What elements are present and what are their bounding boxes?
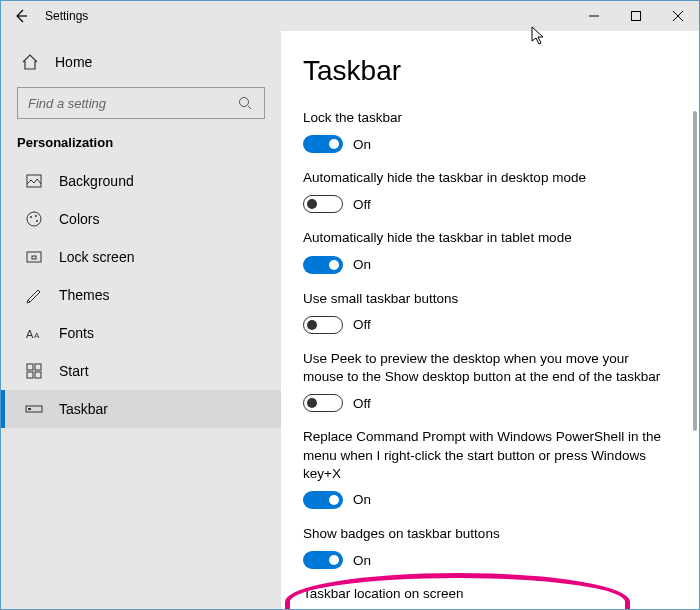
search-icon (236, 94, 254, 112)
home-label: Home (55, 54, 92, 70)
sidebar-item-label: Start (59, 363, 89, 379)
picture-icon (25, 172, 43, 190)
svg-rect-8 (32, 256, 36, 259)
setting-label-4: Use Peek to preview the desktop when you… (303, 350, 669, 386)
setting-toggle-5[interactable] (303, 491, 343, 509)
setting-toggle-4[interactable] (303, 394, 343, 412)
svg-text:A: A (26, 328, 34, 340)
sidebar-item-label: Fonts (59, 325, 94, 341)
setting-state-6: On (353, 553, 371, 568)
setting-toggle-6[interactable] (303, 551, 343, 569)
arrow-left-icon (12, 7, 30, 25)
setting-state-5: On (353, 492, 371, 507)
setting-toggle-0[interactable] (303, 135, 343, 153)
taskbar-icon (25, 400, 43, 418)
lock-screen-icon (25, 248, 43, 266)
svg-point-1 (240, 98, 249, 107)
maximize-button[interactable] (615, 1, 657, 31)
titlebar: Settings (1, 1, 699, 31)
sidebar-item-fonts[interactable]: AA Fonts (1, 314, 281, 352)
setting-state-4: Off (353, 396, 371, 411)
app-title: Settings (45, 9, 88, 23)
setting-toggle-2[interactable] (303, 256, 343, 274)
svg-point-3 (27, 212, 41, 226)
setting-label-3: Use small taskbar buttons (303, 290, 669, 308)
setting-label-2: Automatically hide the taskbar in tablet… (303, 229, 669, 247)
close-button[interactable] (657, 1, 699, 31)
sidebar-item-label: Taskbar (59, 401, 108, 417)
page-title: Taskbar (303, 55, 669, 87)
sidebar-item-label: Colors (59, 211, 99, 227)
minimize-button[interactable] (573, 1, 615, 31)
sidebar-item-themes[interactable]: Themes (1, 276, 281, 314)
svg-point-6 (36, 220, 38, 222)
sidebar-item-label: Background (59, 173, 134, 189)
setting-toggle-1[interactable] (303, 195, 343, 213)
sidebar: Home Personalization Background Colors L… (1, 31, 281, 609)
sidebar-item-lock-screen[interactable]: Lock screen (1, 238, 281, 276)
setting-label-5: Replace Command Prompt with Windows Powe… (303, 428, 669, 483)
themes-icon (25, 286, 43, 304)
svg-rect-14 (35, 372, 41, 378)
sidebar-item-background[interactable]: Background (1, 162, 281, 200)
main-panel: Taskbar Lock the taskbar On Automaticall… (281, 31, 699, 609)
setting-label-6: Show badges on taskbar buttons (303, 525, 669, 543)
search-box[interactable] (17, 87, 265, 119)
setting-state-0: On (353, 137, 371, 152)
svg-rect-13 (27, 372, 33, 378)
sidebar-item-label: Themes (59, 287, 110, 303)
svg-point-4 (30, 216, 32, 218)
svg-rect-7 (27, 252, 41, 262)
svg-rect-0 (632, 11, 641, 20)
setting-state-2: On (353, 257, 371, 272)
sidebar-item-taskbar[interactable]: Taskbar (1, 390, 281, 428)
sidebar-item-start[interactable]: Start (1, 352, 281, 390)
svg-text:A: A (34, 331, 40, 340)
sidebar-item-label: Lock screen (59, 249, 134, 265)
search-input[interactable] (28, 96, 236, 111)
svg-point-5 (35, 215, 37, 217)
setting-state-3: Off (353, 317, 371, 332)
svg-rect-16 (28, 408, 31, 410)
back-button[interactable] (7, 2, 35, 30)
settings-window: Settings Home (0, 0, 700, 610)
sidebar-item-colors[interactable]: Colors (1, 200, 281, 238)
setting-label-0: Lock the taskbar (303, 109, 669, 127)
scrollbar-thumb[interactable] (693, 111, 697, 431)
setting-state-1: Off (353, 197, 371, 212)
setting-toggle-3[interactable] (303, 316, 343, 334)
palette-icon (25, 210, 43, 228)
home-icon (21, 53, 39, 71)
fonts-icon: AA (25, 324, 43, 342)
setting-label-1: Automatically hide the taskbar in deskto… (303, 169, 669, 187)
home-link[interactable]: Home (1, 47, 281, 77)
start-icon (25, 362, 43, 380)
svg-rect-11 (27, 364, 33, 370)
taskbar-location-label: Taskbar location on screen (303, 585, 669, 603)
svg-rect-12 (35, 364, 41, 370)
category-header: Personalization (1, 133, 281, 162)
